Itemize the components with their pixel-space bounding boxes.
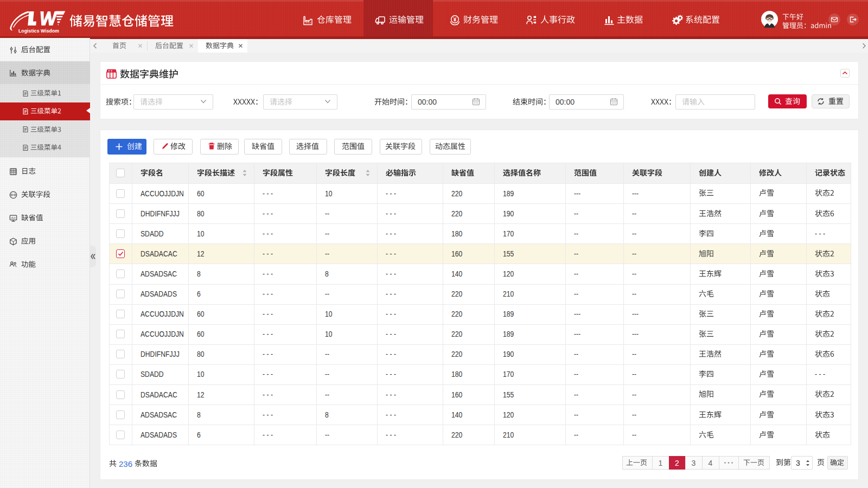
svg-text:Logistics Wisdom: Logistics Wisdom	[18, 28, 59, 34]
